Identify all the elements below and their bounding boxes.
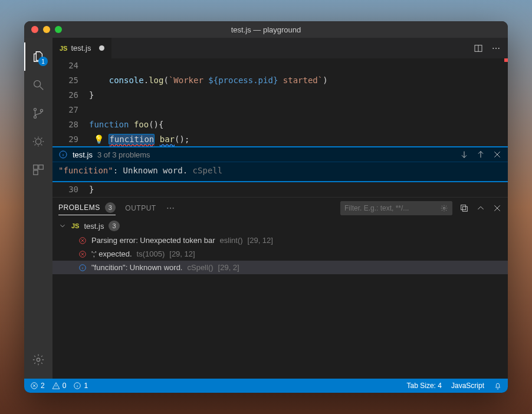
status-tab-size[interactable]: Tab Size: 4	[407, 382, 442, 390]
problem-source: eslint()	[220, 236, 243, 245]
svg-point-2	[34, 116, 36, 118]
branch-icon	[32, 107, 45, 120]
filter-settings-icon[interactable]	[440, 204, 448, 212]
svg-point-1	[34, 109, 36, 111]
code-line[interactable]: }	[89, 88, 508, 103]
activity-extensions[interactable]	[24, 156, 52, 184]
problem-source: ts(1005)	[137, 249, 165, 258]
line-number: 30	[52, 182, 78, 197]
activity-bar: 1	[24, 38, 52, 379]
problems-file-name: test.js	[84, 222, 104, 231]
status-bar: 2 0 1 Tab Size: 4 JavaScript	[24, 379, 508, 393]
problem-location: [29, 12]	[169, 249, 195, 258]
window-title: test.js — playground	[231, 25, 301, 34]
error-icon	[78, 236, 87, 245]
editor-group: JS test.js 24 25 26 27 28 29	[52, 38, 508, 379]
svg-rect-6	[39, 165, 43, 169]
tab-output[interactable]: OUTPUT	[125, 204, 156, 212]
svg-rect-18	[461, 205, 466, 209]
maximize-window-button[interactable]	[55, 26, 62, 33]
problem-row-active[interactable]: "funcition": Unknown word. cSpell() [29,…	[52, 261, 508, 274]
lightbulb-icon[interactable]: 💡	[94, 134, 104, 144]
problem-row[interactable]: ';' expected. ts(1005) [29, 12]	[52, 247, 508, 261]
more-actions-icon[interactable]	[491, 44, 501, 53]
code-line[interactable]: function foo(){	[89, 117, 508, 132]
minimize-window-button[interactable]	[43, 26, 50, 33]
code-line[interactable]	[89, 103, 508, 117]
code-line-active[interactable]: 💡funcition bar();	[89, 132, 508, 147]
split-editor-icon[interactable]	[474, 44, 483, 53]
svg-point-17	[443, 207, 445, 209]
line-gutter: 24 25 26 27 28 29	[52, 58, 89, 147]
svg-point-16	[172, 208, 173, 209]
arrow-down-icon[interactable]	[459, 150, 469, 159]
title-bar[interactable]: test.js — playground	[24, 21, 508, 38]
bell-icon[interactable]	[494, 382, 502, 390]
code-editor-continued[interactable]: 30 }	[52, 182, 508, 197]
tab-testjs[interactable]: JS test.js	[52, 38, 112, 58]
activity-debug[interactable]	[24, 127, 52, 156]
search-icon	[32, 78, 45, 91]
problem-row[interactable]: Parsing error: Unexpected token bar esli…	[52, 234, 508, 247]
svg-point-11	[495, 48, 497, 49]
file-problem-count-badge: 3	[109, 221, 119, 231]
status-language[interactable]: JavaScript	[451, 382, 484, 390]
activity-settings[interactable]	[24, 346, 52, 374]
status-infos[interactable]: 1	[73, 382, 88, 390]
info-icon	[78, 264, 87, 272]
chevron-up-icon[interactable]	[476, 203, 485, 213]
collapse-all-icon[interactable]	[459, 203, 469, 213]
svg-point-14	[167, 208, 168, 209]
close-icon[interactable]	[492, 150, 502, 159]
svg-point-10	[492, 48, 494, 49]
close-window-button[interactable]	[31, 26, 38, 33]
filter-text-field[interactable]	[344, 204, 436, 212]
code-line[interactable]: }	[89, 182, 508, 197]
filter-input[interactable]	[340, 201, 452, 215]
extensions-icon	[32, 163, 45, 176]
chevron-down-icon	[58, 222, 67, 230]
more-tabs-icon[interactable]	[166, 203, 175, 213]
error-icon	[30, 382, 38, 390]
problem-message: ';' expected.	[91, 249, 132, 258]
activity-source-control[interactable]	[24, 99, 52, 127]
problems-file-row[interactable]: JS test.js 3	[52, 218, 508, 234]
code-editor[interactable]: 24 25 26 27 28 29 console.log(`Worker ${…	[52, 58, 508, 147]
bug-icon	[32, 135, 45, 148]
status-warnings[interactable]: 0	[52, 382, 67, 390]
bottom-panel: PROBLEMS 3 OUTPUT	[52, 197, 508, 379]
tab-problems[interactable]: PROBLEMS 3	[58, 202, 116, 215]
peek-message: "funcition": Unknown word. cSpell	[52, 162, 508, 181]
code-line[interactable]	[89, 58, 508, 73]
svg-point-12	[498, 48, 500, 49]
info-icon	[58, 150, 68, 159]
panel-tabs: PROBLEMS 3 OUTPUT	[52, 198, 508, 218]
problems-tree[interactable]: JS test.js 3 Parsing error: Unexpected t…	[52, 218, 508, 379]
tab-label: OUTPUT	[125, 204, 156, 212]
window-controls	[31, 26, 62, 33]
line-number: 24	[52, 58, 78, 73]
peek-file-name[interactable]: test.js	[73, 150, 93, 159]
dirty-indicator-icon	[99, 45, 104, 51]
js-file-icon: JS	[71, 222, 79, 229]
warning-icon	[52, 382, 60, 390]
line-number: 27	[52, 103, 78, 117]
status-errors[interactable]: 2	[30, 382, 45, 390]
problem-message: "funcition": Unknown word.	[91, 263, 182, 272]
arrow-up-icon[interactable]	[476, 150, 485, 159]
activity-explorer[interactable]: 1	[24, 42, 52, 71]
svg-point-15	[170, 208, 171, 209]
app-window: test.js — playground 1	[24, 21, 508, 393]
tab-label: test.js	[71, 44, 91, 52]
line-number: 25	[52, 73, 78, 88]
line-number: 28	[52, 117, 78, 132]
explorer-badge: 1	[38, 57, 48, 66]
code-line[interactable]: console.log(`Worker ${process.pid} start…	[89, 73, 508, 88]
line-number: 26	[52, 88, 78, 103]
problem-source: cSpell()	[187, 263, 213, 272]
activity-search[interactable]	[24, 71, 52, 99]
problem-location: [29, 12]	[248, 236, 273, 245]
error-icon	[78, 250, 87, 258]
close-panel-icon[interactable]	[492, 203, 502, 213]
tab-bar: JS test.js	[52, 38, 508, 58]
